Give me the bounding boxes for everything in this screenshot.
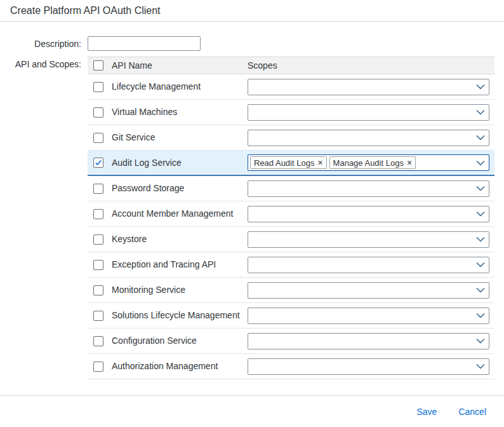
scope-token-label: Manage Audit Logs <box>333 158 404 168</box>
scopes-cell <box>248 79 494 95</box>
table-row: Audit Log ServiceRead Audit Logs×Manage … <box>88 151 494 176</box>
table-row: Solutions Lifecycle Management <box>88 303 494 329</box>
scopes-combobox[interactable] <box>248 231 489 248</box>
description-input[interactable] <box>88 36 201 51</box>
table-row: Git Service <box>88 125 494 151</box>
create-oauth-client-dialog: Create Platform API OAuth Client Descrip… <box>0 0 504 427</box>
scope-token: Read Audit Logs× <box>250 156 327 169</box>
chevron-down-icon <box>472 236 485 242</box>
table-row: Account Member Management <box>88 201 494 227</box>
row-checkbox[interactable] <box>93 285 103 295</box>
api-name: Audit Log Service <box>112 157 248 168</box>
row-checkbox[interactable] <box>93 184 103 194</box>
table-row: Authorization Management <box>88 354 494 379</box>
scopes-cell <box>248 358 494 375</box>
chevron-down-icon <box>472 186 485 191</box>
checkbox-cell <box>88 107 112 118</box>
row-checkbox[interactable] <box>93 336 103 346</box>
checkbox-cell <box>88 184 112 194</box>
row-checkbox[interactable] <box>93 158 103 168</box>
api-name: Monitoring Service <box>112 284 248 295</box>
table-row: Virtual Machines <box>88 100 494 125</box>
api-name: Keystore <box>112 233 248 245</box>
dialog-footer: Save Cancel <box>0 395 504 427</box>
checkmark-icon <box>95 159 102 166</box>
api-name: Solutions Lifecycle Management <box>112 309 248 321</box>
token-close-icon[interactable]: × <box>407 158 412 167</box>
scopes-cell <box>248 104 494 121</box>
api-name: Configuration Service <box>112 335 248 346</box>
checkbox-cell <box>88 362 112 372</box>
row-checkbox[interactable] <box>93 209 103 219</box>
save-button[interactable]: Save <box>416 407 437 417</box>
checkbox-cell <box>88 311 112 321</box>
scopes-cell <box>248 180 494 197</box>
description-label: Description: <box>0 36 88 51</box>
table-row: Lifecycle Management <box>88 74 494 100</box>
table-row: Configuration Service <box>88 329 494 354</box>
api-name: Git Service <box>112 132 248 143</box>
scopes-combobox[interactable] <box>248 333 489 349</box>
api-scopes-label: API and Scopes: <box>0 57 88 379</box>
chevron-down-icon <box>472 135 485 140</box>
table-row: Exception and Tracing API <box>88 252 494 278</box>
scopes-combobox[interactable] <box>248 257 489 273</box>
checkbox-cell <box>88 285 112 295</box>
scopes-cell <box>248 333 494 349</box>
row-checkbox[interactable] <box>93 82 103 92</box>
checkbox-cell <box>88 209 112 219</box>
table-body: Lifecycle ManagementVirtual MachinesGit … <box>88 74 494 379</box>
checkbox-cell <box>88 260 112 270</box>
chevron-down-icon <box>472 211 485 217</box>
row-checkbox[interactable] <box>93 133 103 143</box>
scopes-cell <box>248 257 494 273</box>
dialog-header: Create Platform API OAuth Client <box>0 0 504 22</box>
scope-token: Manage Audit Logs× <box>329 156 416 169</box>
scopes-cell <box>248 130 494 146</box>
scopes-combobox[interactable] <box>248 180 489 197</box>
row-checkbox[interactable] <box>93 107 103 118</box>
scopes-cell <box>248 282 494 299</box>
dialog-body: Description: API and Scopes: API Name Sc… <box>0 22 504 379</box>
scopes-combobox[interactable] <box>248 79 489 95</box>
scopes-combobox[interactable] <box>248 308 489 324</box>
chevron-down-icon <box>472 109 485 115</box>
select-all-cell <box>88 60 112 71</box>
api-name: Authorization Management <box>112 360 248 372</box>
api-scopes-row: API and Scopes: API Name Scopes Lifecycl… <box>0 57 494 379</box>
scopes-header: Scopes <box>248 60 494 71</box>
table-row: Monitoring Service <box>88 278 494 303</box>
api-name: Password Storage <box>112 182 248 194</box>
scopes-cell: Read Audit Logs×Manage Audit Logs× <box>248 154 494 171</box>
scopes-combobox[interactable]: Read Audit Logs×Manage Audit Logs× <box>248 154 489 171</box>
checkbox-cell <box>88 234 112 245</box>
checkbox-cell <box>88 158 112 168</box>
row-checkbox[interactable] <box>93 234 103 245</box>
scopes-combobox[interactable] <box>248 282 489 299</box>
chevron-down-icon <box>472 313 485 318</box>
chevron-down-icon <box>472 160 485 166</box>
scopes-combobox[interactable] <box>248 358 489 375</box>
cancel-button[interactable]: Cancel <box>458 407 486 417</box>
scopes-cell <box>248 231 494 248</box>
checkbox-cell <box>88 336 112 346</box>
api-name: Virtual Machines <box>112 106 248 118</box>
scopes-combobox[interactable] <box>248 104 489 121</box>
table-row: Keystore <box>88 227 494 252</box>
checkbox-cell <box>88 133 112 143</box>
api-scopes-table: API Name Scopes Lifecycle ManagementVirt… <box>88 57 494 379</box>
scopes-combobox[interactable] <box>248 130 489 146</box>
row-checkbox[interactable] <box>93 260 103 270</box>
select-all-checkbox[interactable] <box>93 60 103 71</box>
table-header: API Name Scopes <box>88 57 494 74</box>
row-checkbox[interactable] <box>93 311 103 321</box>
token-close-icon[interactable]: × <box>317 158 322 167</box>
scopes-cell <box>248 308 494 324</box>
scopes-combobox[interactable] <box>248 206 489 222</box>
dialog-title: Create Platform API OAuth Client <box>10 5 161 17</box>
chevron-down-icon <box>472 287 485 293</box>
chevron-down-icon <box>472 363 485 369</box>
row-checkbox[interactable] <box>93 362 103 372</box>
api-name: Account Member Management <box>112 208 248 219</box>
chevron-down-icon <box>472 338 485 344</box>
